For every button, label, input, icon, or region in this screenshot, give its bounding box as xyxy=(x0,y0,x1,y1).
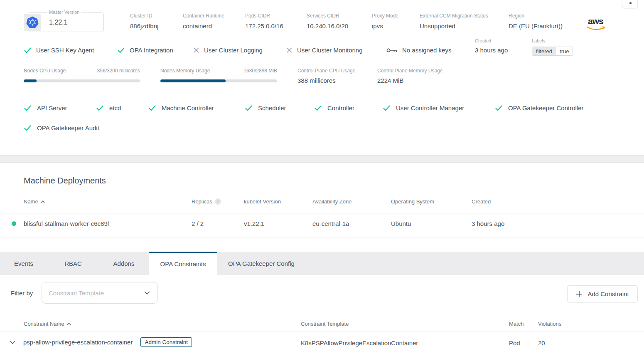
column-header-violations: Violations xyxy=(538,321,561,327)
ssh-keys-text: No assigned keys xyxy=(402,47,451,54)
component-controller: Controller xyxy=(315,104,354,111)
labels-block: Labels filtered true xyxy=(532,38,573,56)
column-header-replicas: Replicas xyxy=(192,198,221,205)
deployment-operating-system: Ubuntu xyxy=(391,220,411,227)
feature-label: OPA Integration xyxy=(130,47,173,54)
section-divider xyxy=(0,95,644,95)
column-header-name[interactable]: Name xyxy=(24,198,45,205)
column-header-constraint-name[interactable]: Constraint Name xyxy=(24,321,71,327)
stat-label: External CCM Migration Status xyxy=(420,13,488,19)
deployment-availability-zone: eu-central-1a xyxy=(312,220,349,227)
machine-deployments-card: Machine Deployments Name Replicas kubele… xyxy=(0,163,644,248)
column-label: Violations xyxy=(538,321,561,327)
column-header-kubelet-version: kubelet Version xyxy=(244,198,281,205)
stat-label: Services CIDR xyxy=(307,13,348,19)
cluster-detail-tabs: Events RBAC Addons OPA Constraints OPA G… xyxy=(0,252,644,275)
component-etcd: etcd xyxy=(96,104,121,111)
add-constraint-button[interactable]: Add Constraint xyxy=(567,285,638,302)
master-version-value: 1.22.1 xyxy=(49,19,67,26)
component-opa-gatekeeper-controller: OPA Gatekeeper Controller xyxy=(495,104,583,111)
column-header-match: Match xyxy=(509,321,524,327)
tab-rbac[interactable]: RBAC xyxy=(47,252,99,275)
column-label: Created xyxy=(472,198,491,205)
stat-proxy-mode: Proxy Mode ipvs xyxy=(372,13,398,30)
control-plane-memory-usage: Control Plane Memory Usage 2224 MiB xyxy=(377,68,442,84)
tab-opa-constraints[interactable]: OPA Constraints xyxy=(149,252,217,275)
metric-label: Control Plane Memory Usage xyxy=(377,68,442,74)
column-label: Constraint Name xyxy=(24,321,64,327)
master-version-label: Master Version xyxy=(47,10,81,15)
table-header-divider xyxy=(0,332,644,332)
aws-logo-text: aws xyxy=(587,17,606,25)
table-row-divider xyxy=(0,238,644,238)
nodes-cpu-usage-meter: Nodes CPU Usage 356/3200 millicores xyxy=(24,68,140,82)
check-icon xyxy=(118,47,125,53)
stat-services-cidr: Services CIDR 10.240.16.0/20 xyxy=(307,13,348,30)
component-label: etcd xyxy=(109,104,121,111)
component-label: Controller xyxy=(327,104,354,111)
kubernetes-icon xyxy=(26,16,39,29)
ssh-keys-status: No assigned keys xyxy=(386,47,451,54)
tab-addons[interactable]: Addons xyxy=(99,252,149,275)
component-label: API Server xyxy=(37,104,67,111)
stat-value: Unsupported xyxy=(420,22,455,30)
tab-opa-gatekeeper-config[interactable]: OPA Gatekeeper Config xyxy=(217,252,305,275)
aws-smile-icon xyxy=(587,26,606,31)
feature-user-cluster-monitoring: User Cluster Monitoring xyxy=(287,47,363,54)
control-plane-cpu-usage: Control Plane CPU Usage 388 millicores xyxy=(297,68,355,84)
created-value: 3 hours ago xyxy=(475,47,508,54)
sort-ascending-icon xyxy=(41,201,45,203)
column-label: Operating System xyxy=(391,198,434,205)
check-icon xyxy=(24,125,31,131)
expand-chevron-icon[interactable] xyxy=(10,341,15,344)
stat-label: Cluster ID xyxy=(130,13,158,19)
stat-value: ipvs xyxy=(372,22,383,30)
check-icon xyxy=(24,105,31,111)
cluster-overview-card: Master Version 1.22.1 Cluster ID 886jzdf… xyxy=(0,0,644,155)
health-status-dot xyxy=(12,221,16,226)
tab-label: Addons xyxy=(113,260,135,267)
info-icon[interactable] xyxy=(215,198,221,205)
component-user-controller-manager: User Controller Manager xyxy=(383,104,464,111)
column-header-operating-system: Operating System xyxy=(391,198,434,205)
stat-label: Container Runtime xyxy=(183,13,224,19)
feature-label: User SSH Key Agent xyxy=(36,47,94,54)
stat-value: 10.240.16.0/20 xyxy=(307,22,348,30)
deployment-name[interactable]: blissful-stallman-worker-c6c89l xyxy=(24,220,109,227)
check-icon xyxy=(24,47,31,53)
deployment-replicas: 2 / 2 xyxy=(192,220,204,227)
labels-label: Labels xyxy=(532,38,573,43)
constraint-violations: 20 xyxy=(538,339,545,347)
component-label: Machine Controller xyxy=(162,104,214,111)
component-label: Scheduler xyxy=(258,104,286,111)
progress-bar-track xyxy=(24,79,140,82)
progress-bar-fill xyxy=(24,79,37,82)
column-label: Replicas xyxy=(192,198,212,205)
column-label: Constraint Template xyxy=(301,321,349,327)
label-chip: filtered true xyxy=(532,47,573,56)
stat-ccm-migration-status: External CCM Migration Status Unsupporte… xyxy=(420,13,488,30)
column-label: kubelet Version xyxy=(244,198,281,205)
stat-value: containerd xyxy=(183,22,212,30)
deployment-created: 3 hours ago xyxy=(472,220,504,227)
metric-value: 2224 MiB xyxy=(377,77,403,84)
nodes-memory-usage-meter: Nodes Memory Usage 1630/2898 MiB xyxy=(160,68,277,82)
meter-label: Nodes Memory Usage xyxy=(160,68,210,74)
metric-label: Control Plane CPU Usage xyxy=(297,68,355,74)
tab-events[interactable]: Events xyxy=(0,252,47,275)
feature-user-cluster-logging: User Cluster Logging xyxy=(194,47,263,54)
cluster-actions-menu-button[interactable] xyxy=(622,0,638,8)
check-icon xyxy=(149,105,156,111)
component-label: OPA Gatekeeper Audit xyxy=(37,124,99,131)
created-label: Created xyxy=(475,38,508,43)
constraint-name: psp-allow-privilege-escalation-container xyxy=(23,339,133,346)
column-header-constraint-template: Constraint Template xyxy=(301,321,349,327)
key-icon xyxy=(386,47,397,54)
constraint-template-filter-select[interactable]: Constraint Template xyxy=(42,282,158,304)
constraint-template: K8sPSPAllowPrivilegeEscalationContainer xyxy=(301,339,418,347)
feature-label: User Cluster Logging xyxy=(204,47,263,54)
ellipsis-icon xyxy=(629,2,632,4)
check-icon xyxy=(245,105,252,111)
plus-icon xyxy=(576,291,583,297)
tab-label: Events xyxy=(14,260,33,267)
